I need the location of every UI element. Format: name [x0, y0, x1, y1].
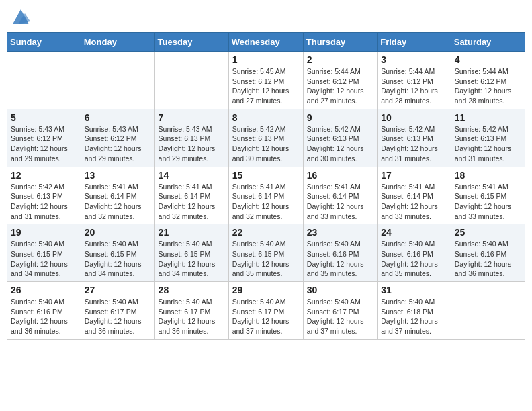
calendar-cell: 31Sunrise: 5:40 AM Sunset: 6:18 PM Dayli… [378, 282, 451, 340]
day-number: 26 [11, 285, 77, 295]
calendar-cell: 8Sunrise: 5:42 AM Sunset: 6:13 PM Daylig… [228, 109, 303, 167]
day-number: 12 [11, 170, 77, 181]
day-info: Sunrise: 5:40 AM Sunset: 6:15 PM Dayligh… [11, 239, 77, 279]
day-number: 5 [11, 112, 77, 123]
logo [10, 7, 30, 26]
calendar-cell: 13Sunrise: 5:41 AM Sunset: 6:14 PM Dayli… [81, 167, 154, 224]
calendar-cell: 7Sunrise: 5:43 AM Sunset: 6:13 PM Daylig… [154, 109, 228, 167]
calendar-cell: 1Sunrise: 5:45 AM Sunset: 6:12 PM Daylig… [228, 52, 303, 109]
calendar-cell: 19Sunrise: 5:40 AM Sunset: 6:15 PM Dayli… [7, 224, 81, 282]
day-number: 17 [381, 170, 447, 181]
day-number: 31 [381, 285, 447, 295]
day-header-thursday: Thursday [303, 33, 377, 52]
calendar-cell: 20Sunrise: 5:40 AM Sunset: 6:15 PM Dayli… [81, 224, 154, 282]
day-info: Sunrise: 5:44 AM Sunset: 6:12 PM Dayligh… [455, 66, 521, 106]
calendar-cell: 15Sunrise: 5:41 AM Sunset: 6:14 PM Dayli… [228, 167, 303, 224]
calendar-cell [81, 52, 154, 109]
calendar-cell: 9Sunrise: 5:42 AM Sunset: 6:13 PM Daylig… [303, 109, 377, 167]
day-info: Sunrise: 5:41 AM Sunset: 6:14 PM Dayligh… [381, 182, 447, 222]
day-info: Sunrise: 5:42 AM Sunset: 6:13 PM Dayligh… [455, 124, 521, 164]
calendar-cell [451, 282, 525, 340]
calendar-cell: 16Sunrise: 5:41 AM Sunset: 6:14 PM Dayli… [303, 167, 377, 224]
calendar-header-row: SundayMondayTuesdayWednesdayThursdayFrid… [7, 33, 525, 52]
calendar-cell: 6Sunrise: 5:43 AM Sunset: 6:12 PM Daylig… [81, 109, 154, 167]
day-info: Sunrise: 5:45 AM Sunset: 6:12 PM Dayligh… [232, 66, 300, 106]
day-number: 11 [455, 112, 521, 123]
day-number: 1 [232, 54, 300, 65]
day-info: Sunrise: 5:40 AM Sunset: 6:17 PM Dayligh… [307, 297, 373, 336]
calendar-cell: 2Sunrise: 5:44 AM Sunset: 6:12 PM Daylig… [303, 52, 377, 109]
day-info: Sunrise: 5:43 AM Sunset: 6:12 PM Dayligh… [11, 124, 77, 164]
day-number: 14 [159, 170, 225, 181]
calendar-cell: 26Sunrise: 5:40 AM Sunset: 6:16 PM Dayli… [7, 282, 81, 340]
calendar-week-3: 12Sunrise: 5:42 AM Sunset: 6:13 PM Dayli… [7, 167, 525, 224]
day-number: 4 [455, 54, 521, 65]
day-number: 7 [159, 112, 225, 123]
day-info: Sunrise: 5:41 AM Sunset: 6:14 PM Dayligh… [232, 182, 300, 222]
calendar-cell: 18Sunrise: 5:41 AM Sunset: 6:15 PM Dayli… [451, 167, 525, 224]
day-info: Sunrise: 5:40 AM Sunset: 6:16 PM Dayligh… [307, 239, 373, 279]
day-info: Sunrise: 5:41 AM Sunset: 6:14 PM Dayligh… [307, 182, 373, 222]
day-info: Sunrise: 5:43 AM Sunset: 6:12 PM Dayligh… [85, 124, 151, 164]
day-info: Sunrise: 5:41 AM Sunset: 6:15 PM Dayligh… [455, 182, 521, 222]
calendar-cell: 17Sunrise: 5:41 AM Sunset: 6:14 PM Dayli… [378, 167, 451, 224]
calendar-week-4: 19Sunrise: 5:40 AM Sunset: 6:15 PM Dayli… [7, 224, 525, 282]
day-number: 28 [159, 285, 225, 295]
day-info: Sunrise: 5:40 AM Sunset: 6:16 PM Dayligh… [381, 239, 447, 279]
day-header-tuesday: Tuesday [154, 33, 228, 52]
day-number: 19 [11, 227, 77, 238]
day-info: Sunrise: 5:40 AM Sunset: 6:15 PM Dayligh… [232, 239, 300, 279]
calendar-cell: 12Sunrise: 5:42 AM Sunset: 6:13 PM Dayli… [7, 167, 81, 224]
day-number: 23 [307, 227, 373, 238]
day-info: Sunrise: 5:40 AM Sunset: 6:16 PM Dayligh… [11, 297, 77, 336]
day-info: Sunrise: 5:42 AM Sunset: 6:13 PM Dayligh… [11, 182, 77, 222]
calendar-week-2: 5Sunrise: 5:43 AM Sunset: 6:12 PM Daylig… [7, 109, 525, 167]
calendar-table: SundayMondayTuesdayWednesdayThursdayFrid… [7, 32, 525, 340]
day-number: 24 [381, 227, 447, 238]
calendar-cell: 25Sunrise: 5:40 AM Sunset: 6:16 PM Dayli… [451, 224, 525, 282]
day-info: Sunrise: 5:42 AM Sunset: 6:13 PM Dayligh… [232, 124, 300, 164]
day-number: 27 [85, 285, 151, 295]
calendar-cell: 28Sunrise: 5:40 AM Sunset: 6:17 PM Dayli… [154, 282, 228, 340]
day-number: 10 [381, 112, 447, 123]
day-number: 15 [232, 170, 300, 181]
page-header [7, 7, 525, 26]
day-number: 25 [455, 227, 521, 238]
day-number: 29 [232, 285, 300, 295]
day-header-wednesday: Wednesday [228, 33, 303, 52]
calendar-cell [7, 52, 81, 109]
day-number: 21 [159, 227, 225, 238]
day-number: 9 [307, 112, 373, 123]
day-info: Sunrise: 5:41 AM Sunset: 6:14 PM Dayligh… [159, 182, 225, 222]
day-number: 13 [85, 170, 151, 181]
day-number: 16 [307, 170, 373, 181]
calendar-week-5: 26Sunrise: 5:40 AM Sunset: 6:16 PM Dayli… [7, 282, 525, 340]
day-number: 18 [455, 170, 521, 181]
logo-icon [11, 7, 30, 26]
day-header-sunday: Sunday [7, 33, 81, 52]
day-info: Sunrise: 5:40 AM Sunset: 6:17 PM Dayligh… [232, 297, 300, 336]
day-info: Sunrise: 5:40 AM Sunset: 6:17 PM Dayligh… [85, 297, 151, 336]
day-number: 20 [85, 227, 151, 238]
calendar-cell: 23Sunrise: 5:40 AM Sunset: 6:16 PM Dayli… [303, 224, 377, 282]
day-info: Sunrise: 5:42 AM Sunset: 6:13 PM Dayligh… [381, 124, 447, 164]
calendar-cell: 22Sunrise: 5:40 AM Sunset: 6:15 PM Dayli… [228, 224, 303, 282]
calendar-cell: 11Sunrise: 5:42 AM Sunset: 6:13 PM Dayli… [451, 109, 525, 167]
day-number: 6 [85, 112, 151, 123]
day-info: Sunrise: 5:40 AM Sunset: 6:15 PM Dayligh… [85, 239, 151, 279]
day-info: Sunrise: 5:40 AM Sunset: 6:18 PM Dayligh… [381, 297, 447, 336]
day-number: 8 [232, 112, 300, 123]
calendar-cell: 24Sunrise: 5:40 AM Sunset: 6:16 PM Dayli… [378, 224, 451, 282]
day-info: Sunrise: 5:40 AM Sunset: 6:15 PM Dayligh… [159, 239, 225, 279]
calendar-cell: 10Sunrise: 5:42 AM Sunset: 6:13 PM Dayli… [378, 109, 451, 167]
calendar-cell: 29Sunrise: 5:40 AM Sunset: 6:17 PM Dayli… [228, 282, 303, 340]
day-number: 3 [381, 54, 447, 65]
calendar-cell: 27Sunrise: 5:40 AM Sunset: 6:17 PM Dayli… [81, 282, 154, 340]
calendar-cell: 3Sunrise: 5:44 AM Sunset: 6:12 PM Daylig… [378, 52, 451, 109]
day-info: Sunrise: 5:41 AM Sunset: 6:14 PM Dayligh… [85, 182, 151, 222]
day-number: 30 [307, 285, 373, 295]
day-header-monday: Monday [81, 33, 154, 52]
day-info: Sunrise: 5:42 AM Sunset: 6:13 PM Dayligh… [307, 124, 373, 164]
day-header-saturday: Saturday [451, 33, 525, 52]
day-info: Sunrise: 5:44 AM Sunset: 6:12 PM Dayligh… [381, 66, 447, 106]
